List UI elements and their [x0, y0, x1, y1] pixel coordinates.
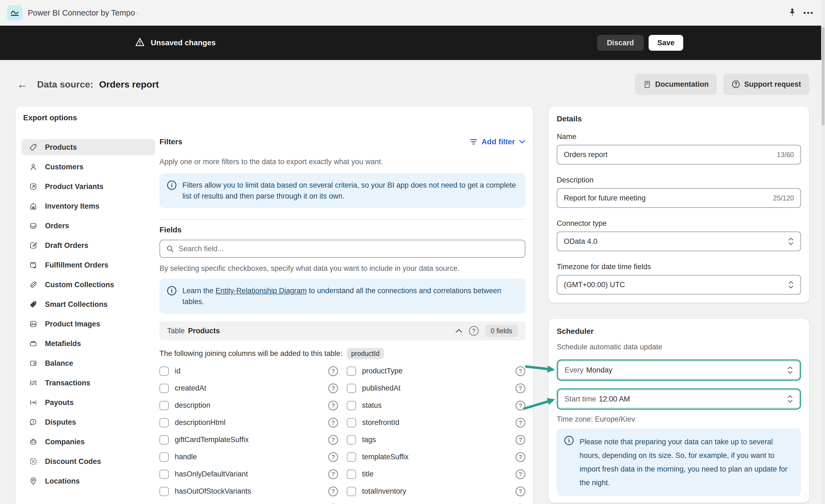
- field-help-icon[interactable]: [516, 435, 525, 445]
- field-row: status: [347, 397, 525, 414]
- field-help-icon[interactable]: [328, 366, 338, 376]
- discount-codes-icon: [29, 457, 38, 465]
- checkbox[interactable]: [159, 487, 169, 496]
- pin-icon[interactable]: [788, 8, 797, 18]
- metafields-icon: [29, 340, 38, 348]
- field-help-icon[interactable]: [328, 401, 338, 411]
- field-row: descriptionHtml: [159, 414, 338, 431]
- sidebar-item-metafields[interactable]: Metafields: [21, 334, 155, 353]
- sidebar-item-label: Discount Codes: [45, 457, 101, 466]
- checkbox[interactable]: [159, 418, 169, 427]
- documentation-button[interactable]: Documentation: [635, 74, 717, 95]
- companies-icon: [29, 438, 38, 446]
- title-mark: ·: [137, 10, 139, 16]
- sidebar-item-product-variants[interactable]: Product Variants: [21, 177, 155, 196]
- sidebar-item-smart-collections[interactable]: Smart Collections: [21, 295, 155, 314]
- table-label: Table: [167, 327, 185, 335]
- sidebar-item-companies[interactable]: Companies: [21, 432, 155, 452]
- checkbox[interactable]: [347, 418, 356, 427]
- sidebar-item-discount-codes[interactable]: Discount Codes: [21, 452, 155, 471]
- details-card: Details Name 13/60 Description 25/120 Co…: [548, 106, 809, 303]
- sidebar-item-inventory-items[interactable]: Inventory Items: [21, 196, 155, 216]
- connector-type-select[interactable]: OData 4.0: [557, 231, 801, 251]
- checkbox[interactable]: [347, 367, 356, 376]
- sidebar-item-label: Metafields: [45, 340, 81, 348]
- sidebar-item-balance[interactable]: Balance: [21, 353, 155, 373]
- connector-type-value: OData 4.0: [564, 237, 597, 246]
- sidebar-item-customers[interactable]: Customers: [21, 157, 155, 177]
- sidebar-item-disputes[interactable]: Disputes: [21, 412, 155, 432]
- checkbox[interactable]: [159, 470, 169, 479]
- chevron-up-icon[interactable]: [455, 329, 462, 333]
- sidebar-item-locations[interactable]: Locations: [21, 471, 155, 491]
- field-row: giftCardTemplateSuffix: [159, 431, 338, 448]
- scrollbar-track[interactable]: [821, 0, 825, 504]
- checkbox[interactable]: [347, 435, 356, 444]
- field-help-icon[interactable]: [328, 418, 338, 428]
- erd-link[interactable]: Entity-Relationship Diagram: [216, 287, 307, 295]
- sidebar-item-label: Orders: [45, 222, 69, 230]
- sidebar-item-draft-orders[interactable]: Draft Orders: [21, 236, 155, 255]
- field-help-icon[interactable]: [328, 487, 338, 496]
- sidebar-item-fulfillment-orders[interactable]: Fulfillment Orders: [21, 255, 155, 275]
- name-input[interactable]: [564, 151, 772, 159]
- sidebar-item-products[interactable]: Products: [21, 139, 155, 155]
- field-row: tags: [347, 431, 525, 448]
- field-row: description: [159, 397, 338, 414]
- checkbox[interactable]: [159, 367, 169, 376]
- field-help-icon[interactable]: [516, 401, 525, 411]
- checkbox[interactable]: [347, 487, 356, 496]
- info-icon: i: [167, 286, 176, 295]
- field-label: id: [175, 367, 180, 375]
- product-images-icon: [29, 320, 38, 328]
- smart-collections-icon: [29, 300, 38, 308]
- description-counter: 25/120: [773, 194, 794, 202]
- checkbox[interactable]: [159, 384, 169, 393]
- table-products-header[interactable]: Table Products 0 fields: [159, 321, 525, 340]
- scheduler-info-banner: i Please note that preparing your data c…: [557, 428, 801, 496]
- frequency-select[interactable]: Every Monday: [558, 361, 799, 379]
- sidebar-item-transactions[interactable]: Transactions: [21, 373, 155, 393]
- sidebar-item-product-images[interactable]: Product Images: [21, 314, 155, 334]
- start-time-select[interactable]: Start time 12:00 AM: [558, 390, 799, 408]
- section-divider: [159, 219, 525, 220]
- field-help-icon[interactable]: [516, 487, 525, 496]
- filter-icon: [469, 138, 478, 145]
- sidebar-item-custom-collections[interactable]: Custom Collections: [21, 275, 155, 295]
- field-help-icon[interactable]: [328, 435, 338, 445]
- field-help-icon[interactable]: [516, 383, 525, 393]
- description-input[interactable]: [564, 194, 769, 202]
- table-help-icon[interactable]: [469, 326, 479, 336]
- field-help-icon[interactable]: [516, 418, 525, 428]
- app-logo: [7, 5, 22, 20]
- discard-button[interactable]: Discard: [597, 35, 644, 51]
- field-help-icon[interactable]: [328, 452, 338, 462]
- search-input[interactable]: [178, 245, 519, 253]
- checkbox[interactable]: [159, 401, 169, 410]
- checkbox[interactable]: [347, 452, 356, 462]
- checkbox[interactable]: [347, 470, 356, 479]
- field-help-icon[interactable]: [516, 366, 525, 376]
- checkbox[interactable]: [159, 452, 169, 462]
- save-button[interactable]: Save: [649, 35, 683, 51]
- timezone-select[interactable]: (GMT+00:00) UTC: [557, 275, 801, 295]
- inventory-icon: [29, 202, 38, 210]
- field-help-icon[interactable]: [516, 452, 525, 462]
- field-label: handle: [175, 453, 197, 461]
- checkbox[interactable]: [159, 435, 169, 444]
- checkbox[interactable]: [347, 384, 356, 393]
- field-label: templateSuffix: [362, 453, 409, 461]
- more-menu-icon[interactable]: •••: [804, 9, 814, 17]
- field-help-icon[interactable]: [328, 383, 338, 393]
- checkbox[interactable]: [347, 401, 356, 410]
- back-arrow-icon[interactable]: ←: [17, 79, 28, 90]
- field-help-icon[interactable]: [516, 470, 525, 479]
- scheduler-subtitle: Schedule automatic data update: [557, 343, 801, 351]
- sidebar-item-payouts[interactable]: Payouts: [21, 393, 155, 412]
- filters-info-banner: i Filters allow you to limit data based …: [159, 173, 525, 208]
- field-help-icon[interactable]: [328, 470, 338, 479]
- sidebar-item-orders[interactable]: Orders: [21, 216, 155, 236]
- scrollbar-thumb[interactable]: [822, 27, 824, 126]
- support-request-button[interactable]: Support request: [723, 74, 809, 95]
- add-filter-button[interactable]: Add filter: [469, 137, 525, 146]
